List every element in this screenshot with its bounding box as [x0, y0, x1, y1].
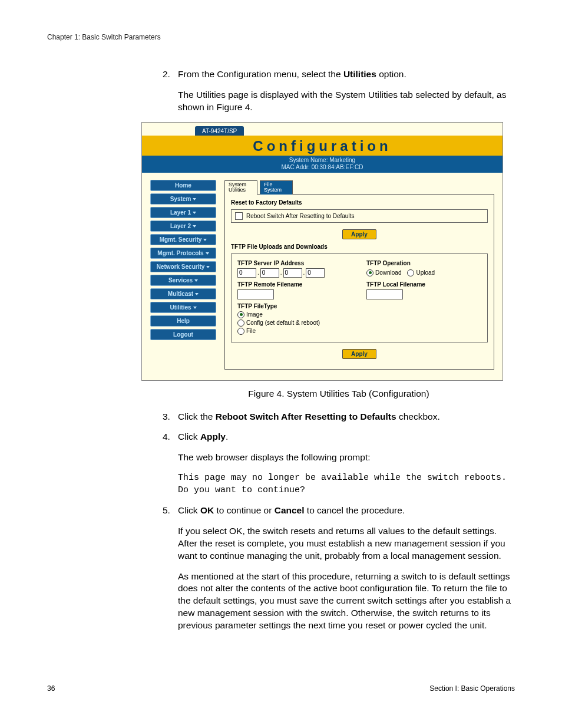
- sidebar-item-mgmt-security[interactable]: Mgmt. Security: [150, 234, 216, 245]
- radio-icon: [237, 311, 244, 318]
- step-2-para: The Utilities page is displayed with the…: [178, 89, 515, 114]
- sidebar-item-label: Multicast: [168, 291, 193, 297]
- chevron-down-icon: [193, 307, 197, 309]
- bold: Cancel: [275, 505, 305, 515]
- apply-button-tftp[interactable]: Apply: [342, 349, 376, 359]
- reboot-checkbox[interactable]: [235, 212, 243, 220]
- tftp-ip-label: TFTP Server IP Address: [237, 260, 352, 266]
- sub-tabs: System Utilities File System: [224, 180, 494, 194]
- filetype-config-row[interactable]: Config (set default & reboot): [237, 319, 352, 327]
- step-4: 4.Click Apply.: [163, 431, 515, 443]
- main-panel: System Utilities File System Reset to Fa…: [224, 180, 494, 370]
- op-download-row[interactable]: Download: [366, 269, 401, 276]
- radio-icon: [366, 269, 373, 276]
- tftp-remote-label: TFTP Remote Filename: [237, 281, 352, 288]
- text: checkbox.: [396, 411, 440, 421]
- ip-octet-3[interactable]: [283, 268, 302, 278]
- sidebar-item-label: Layer 1: [170, 209, 191, 216]
- text: to continue or: [214, 505, 275, 515]
- sidebar-item-services[interactable]: Services: [150, 275, 216, 286]
- tab-system-utilities[interactable]: System Utilities: [224, 180, 257, 195]
- tftp-op-label: TFTP Operation: [366, 260, 481, 266]
- step-4-code: This page may no longer be available whi…: [178, 472, 515, 496]
- step-num: 3.: [163, 411, 178, 423]
- figure-caption: Figure 4. System Utilities Tab (Configur…: [163, 388, 515, 400]
- radio-icon: [407, 269, 414, 276]
- reset-section-title: Reset to Factory Defaults: [231, 199, 488, 206]
- sidebar-item-layer1[interactable]: Layer 1: [150, 207, 216, 218]
- text: to cancel the procedure.: [305, 505, 405, 515]
- page-title: Configuration: [253, 138, 391, 154]
- radio-icon: [237, 319, 244, 327]
- title-bar: Configuration: [142, 136, 503, 156]
- sidebar-item-layer2[interactable]: Layer 2: [150, 220, 216, 232]
- sidebar-item-multicast[interactable]: Multicast: [150, 288, 216, 299]
- chevron-down-icon: [206, 266, 210, 268]
- page-footer: 36 Section I: Basic Operations: [47, 684, 515, 693]
- tftp-remote-input[interactable]: [237, 289, 274, 299]
- config-ui: AT-9424T/SP Configuration System Name: M…: [141, 122, 503, 381]
- sidebar-item-label: Layer 2: [170, 223, 191, 229]
- utilities-panel: Reset to Factory Defaults Reboot Switch …: [224, 194, 494, 370]
- op-upload-row[interactable]: Upload: [407, 269, 435, 276]
- window-tab-row: AT-9424T/SP: [142, 123, 503, 136]
- sidebar-item-label: Services: [168, 277, 193, 284]
- sidebar-item-label: Network Security: [157, 263, 205, 270]
- sidebar-item-help[interactable]: Help: [150, 315, 216, 327]
- device-tab[interactable]: AT-9424T/SP: [195, 126, 244, 136]
- bold: Reboot Switch After Resetting to Default…: [216, 411, 396, 421]
- system-name: System Name: Marketing: [142, 157, 503, 164]
- dot: .: [303, 269, 305, 276]
- page-number: 36: [47, 684, 55, 693]
- tftp-ip-row: . . .: [237, 268, 352, 278]
- chevron-down-icon: [193, 225, 196, 228]
- radio-icon: [237, 328, 244, 335]
- tab-line2: Utilities: [229, 187, 254, 193]
- step-5: 5.Click OK to continue or Cancel to canc…: [163, 505, 515, 517]
- chapter-header: Chapter 1: Basic Switch Parameters: [47, 33, 515, 41]
- text: Click: [178, 431, 200, 442]
- ip-octet-2[interactable]: [260, 268, 279, 278]
- text: option.: [376, 69, 406, 79]
- tab-line2: System: [264, 187, 290, 193]
- figure-4: AT-9424T/SP Configuration System Name: M…: [141, 122, 503, 381]
- ip-octet-4[interactable]: [306, 268, 325, 278]
- sidebar-item-home[interactable]: Home: [150, 180, 216, 191]
- sidebar-item-label: Utilities: [170, 304, 191, 311]
- sidebar-item-mgmt-protocols[interactable]: Mgmt. Protocols: [150, 248, 216, 259]
- chevron-down-icon: [194, 279, 198, 282]
- sidebar-item-system[interactable]: System: [150, 193, 216, 205]
- chevron-down-icon: [203, 239, 207, 241]
- reboot-checkbox-label: Reboot Switch After Resetting to Default…: [246, 213, 354, 219]
- radio-label: File: [246, 328, 256, 334]
- step-num: 4.: [163, 431, 178, 443]
- step-2: 2.From the Configuration menu, select th…: [163, 68, 515, 81]
- sidebar-item-logout[interactable]: Logout: [150, 329, 216, 340]
- tftp-local-input[interactable]: [366, 289, 403, 299]
- sidebar-item-utilities[interactable]: Utilities: [150, 302, 216, 313]
- tab-file-system[interactable]: File System: [260, 180, 293, 195]
- chevron-down-icon: [195, 293, 199, 295]
- dot: .: [280, 269, 282, 276]
- tftp-filetype-label: TFTP FileType: [237, 303, 352, 309]
- radio-label: Upload: [416, 269, 435, 276]
- filetype-file-row[interactable]: File: [237, 328, 352, 335]
- reset-row: Reboot Switch After Resetting to Default…: [231, 209, 488, 223]
- step-3: 3.Click the Reboot Switch After Resettin…: [163, 411, 515, 423]
- section-label: Section I: Basic Operations: [429, 684, 515, 693]
- sidebar: Home System Layer 1 Layer 2 Mgmt. Securi…: [150, 180, 216, 370]
- ip-octet-1[interactable]: [237, 268, 256, 278]
- step-num: 2.: [163, 68, 178, 81]
- sidebar-item-label: Mgmt. Security: [160, 236, 202, 243]
- sidebar-item-network-security[interactable]: Network Security: [150, 261, 216, 272]
- bold: Utilities: [343, 69, 376, 79]
- tftp-section-title: TFTP File Uploads and Downloads: [231, 243, 488, 250]
- apply-button-reset[interactable]: Apply: [342, 229, 376, 239]
- tftp-local-label: TFTP Local Filename: [366, 281, 481, 288]
- mac-addr: MAC Addr: 00:30:84:AB:EF:CD: [142, 164, 503, 171]
- filetype-image-row[interactable]: Image: [237, 311, 352, 318]
- radio-label: Image: [246, 311, 263, 318]
- text: .: [226, 431, 228, 442]
- bold: Apply: [200, 431, 226, 442]
- radio-label: Config (set default & reboot): [246, 319, 320, 326]
